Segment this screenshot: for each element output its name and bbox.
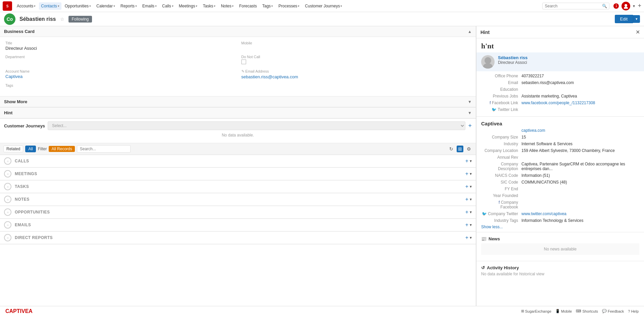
- show-less-link[interactable]: Show less...: [476, 224, 508, 230]
- nav-notes[interactable]: Notes ▾: [219, 2, 236, 10]
- edit-dropdown-button[interactable]: ▾: [633, 15, 640, 23]
- account-name-label: Account Name: [5, 69, 235, 73]
- related-action-buttons: ↻ ⊞ ⚙: [448, 146, 472, 152]
- hint-company-twitter-value[interactable]: www.twitter.com/captivea: [521, 211, 639, 216]
- user-avatar[interactable]: [622, 2, 630, 10]
- related-search-input[interactable]: [77, 145, 131, 153]
- favorite-star-icon[interactable]: ☆: [60, 16, 64, 22]
- chevron-down-icon: ▾: [214, 4, 216, 8]
- edit-button[interactable]: Edit: [615, 15, 633, 23]
- hint-panel-header: Hint ✕: [476, 26, 644, 38]
- svg-point-2: [625, 4, 627, 7]
- nav-tags[interactable]: Tags ▾: [260, 2, 275, 10]
- nav-forecasts[interactable]: Forecasts: [237, 2, 259, 10]
- all-records-badge[interactable]: All Records: [49, 146, 75, 152]
- grid-view-icon[interactable]: ⊞: [457, 146, 463, 152]
- email-address-value[interactable]: sebastien.riss@captivea.com: [241, 74, 471, 79]
- footer-shortcuts[interactable]: ⌨ Shortcuts: [576, 309, 598, 313]
- hint-company-size-value: 15: [521, 135, 639, 140]
- direct-reports-expand-button[interactable]: ▾: [470, 235, 472, 240]
- activity-history-title: Activity History: [487, 265, 519, 270]
- chevron-down-icon: ▾: [89, 4, 91, 8]
- hint-year-founded-row: Year Founded: [476, 192, 644, 199]
- hint-company-description-value: Captivea, Partenaire SugarCRM et Odoo ac…: [521, 162, 639, 171]
- business-card-title: Business Card: [4, 29, 35, 34]
- subpanels-container: ○ CALLS + ▾ ○ MEETINGS + ▾: [0, 155, 476, 244]
- opportunities-add-button[interactable]: +: [465, 209, 468, 215]
- svg-point-4: [485, 57, 491, 64]
- footer-sugar-exchange[interactable]: ⊞ SugarExchange: [521, 309, 551, 313]
- emails-add-button[interactable]: +: [465, 222, 468, 228]
- form-row-title-mobile: Title Directeur Associ Mobile: [5, 41, 470, 51]
- hint-company-size-row: Company Size 15: [476, 134, 644, 141]
- user-menu-arrow[interactable]: ▾: [633, 4, 635, 8]
- calls-add-button[interactable]: +: [465, 158, 468, 164]
- nav-emails[interactable]: Emails ▾: [140, 2, 159, 10]
- hint-annual-rev-row: Annual Rev: [476, 154, 644, 161]
- nav-meetings[interactable]: Meetings ▾: [177, 2, 200, 10]
- business-card-body: Title Directeur Associ Mobile Department…: [0, 37, 476, 96]
- all-button[interactable]: All: [25, 146, 36, 152]
- hint-education-value: [521, 87, 639, 92]
- tasks-expand-button[interactable]: ▾: [470, 184, 472, 189]
- hint-education-label: Education: [481, 87, 521, 92]
- tasks-icon: ○: [4, 183, 11, 190]
- tasks-title: TASKS: [15, 184, 465, 189]
- opportunities-expand-button[interactable]: ▾: [470, 210, 472, 214]
- activity-history-header: ↺ Activity History: [481, 265, 639, 270]
- hint-facebook-link-value[interactable]: www.facebook.com/people_/1132217308: [521, 101, 639, 105]
- hint-facebook-link-label: f Facebook Link: [481, 101, 521, 105]
- related-button[interactable]: Related: [3, 146, 23, 152]
- emails-expand-button[interactable]: ▾: [470, 223, 472, 227]
- nav-calendar[interactable]: Calendar ▾: [94, 2, 117, 10]
- refresh-icon[interactable]: ↻: [448, 146, 455, 152]
- nav-customer-journeys[interactable]: Customer Journeys ▾: [303, 2, 344, 10]
- customer-journeys-add-button[interactable]: +: [468, 122, 472, 129]
- tasks-add-button[interactable]: +: [465, 184, 468, 190]
- hint-person-name[interactable]: Sébastien riss: [498, 55, 639, 60]
- hint-company-location-row: Company Location 159 Allée Albert Sylves…: [476, 147, 644, 154]
- nav-calls[interactable]: Calls ▾: [160, 2, 176, 10]
- form-col-account: Account Name Captivea: [5, 69, 235, 79]
- business-card-header[interactable]: Business Card ▲: [0, 26, 476, 37]
- hint-annual-rev-label: Annual Rev: [481, 155, 521, 160]
- chevron-down-icon: ▾: [155, 4, 157, 8]
- nav-opportunities[interactable]: Opportunities ▾: [63, 2, 93, 10]
- show-more-header[interactable]: Show More ▼: [0, 96, 476, 107]
- notes-expand-button[interactable]: ▾: [470, 197, 472, 202]
- nav-processes[interactable]: Processes ▾: [276, 2, 302, 10]
- chevron-down-icon: ▼: [468, 111, 472, 115]
- search-icon[interactable]: 🔍: [602, 4, 607, 8]
- footer-feedback[interactable]: 💬 Feedback: [602, 309, 624, 313]
- calls-expand-button[interactable]: ▾: [470, 159, 472, 163]
- hint-logo: h'nt: [476, 38, 644, 52]
- footer-help[interactable]: ? Help: [628, 309, 639, 313]
- mobile-label: Mobile: [241, 41, 471, 45]
- hint-annual-rev-value: [521, 155, 639, 160]
- notification-badge[interactable]: 1: [613, 3, 619, 9]
- nav-contacts[interactable]: Contacts ▾: [39, 2, 61, 10]
- chevron-up-icon: ▲: [468, 29, 472, 34]
- meetings-expand-button[interactable]: ▾: [470, 171, 472, 176]
- add-icon[interactable]: +: [638, 2, 641, 9]
- nav-tasks[interactable]: Tasks ▾: [201, 2, 218, 10]
- search-input[interactable]: [545, 4, 602, 8]
- do-not-call-checkbox[interactable]: [241, 60, 246, 64]
- emails-subpanel: ○ EMAILS + ▾: [0, 219, 476, 232]
- customer-journeys-select[interactable]: Select...: [48, 121, 465, 130]
- nav-accounts[interactable]: Accounts ▾: [15, 2, 38, 10]
- hint-section-header[interactable]: Hint ▼: [0, 108, 476, 118]
- footer-mobile[interactable]: 📱 Mobile: [555, 309, 572, 313]
- notes-add-button[interactable]: +: [465, 196, 468, 202]
- hint-close-button[interactable]: ✕: [636, 29, 640, 35]
- meetings-add-button[interactable]: +: [465, 171, 468, 177]
- direct-reports-add-button[interactable]: +: [465, 235, 468, 241]
- nav-reports[interactable]: Reports ▾: [119, 2, 139, 10]
- news-section: 📰 News No news available: [476, 234, 644, 259]
- settings-icon[interactable]: ⚙: [465, 146, 472, 152]
- hint-company-website-value[interactable]: captivea.com: [521, 128, 639, 133]
- following-button[interactable]: Following: [68, 16, 92, 23]
- hint-industry-value: Internet Software & Services: [521, 142, 639, 146]
- account-name-value[interactable]: Captivea: [5, 74, 235, 79]
- chevron-down-icon: ▾: [58, 4, 59, 8]
